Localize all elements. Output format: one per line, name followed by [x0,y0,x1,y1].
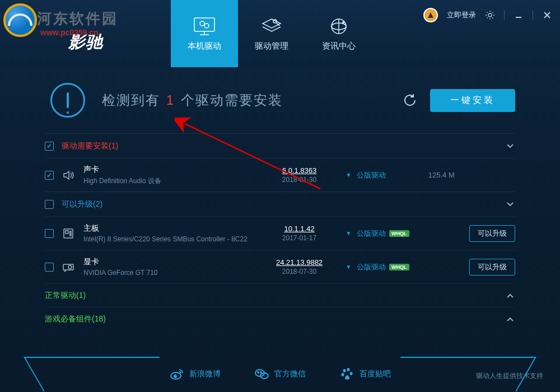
driver-row-gpu: 显卡 NVIDIA GeForce GT 710 24.21.13.9882 2… [45,250,515,283]
svg-point-11 [342,21,344,24]
upgrade-button[interactable]: 可以升级 [469,225,515,242]
watermark-url: www.pc0359.cn [40,28,99,37]
section-need-install[interactable]: 驱动需要安装(1) [45,133,515,158]
row-checkbox[interactable] [45,229,54,238]
version-dropdown[interactable]: ▼ [340,264,357,270]
footer-label: 官方微信 [274,369,306,379]
driver-type[interactable]: 公版驱动 [357,170,417,180]
settings-button[interactable] [485,10,495,20]
globe-icon [326,16,351,36]
driver-version[interactable]: 24.21.13.9882 [258,258,340,267]
device-name: 显卡 [83,257,258,267]
tab-local-drivers[interactable]: 本机驱动 [171,0,238,67]
refresh-button[interactable] [400,90,420,110]
banner-count: 1 [166,92,175,108]
driver-date: 2017-01-17 [258,234,340,242]
svg-point-12 [488,13,492,17]
tieba-link[interactable]: 百度贴吧 [339,366,391,382]
detection-banner: 检测到有 1 个驱动需要安装 一键安装 [0,67,560,133]
section-game-components[interactable]: 游戏必备组件(18) [45,307,515,330]
weibo-link[interactable]: 新浪微博 [169,366,221,382]
watermark-text: 河东软件园 [37,9,118,29]
motherboard-icon [62,226,76,241]
baidu-icon [339,366,355,382]
svg-point-4 [204,24,209,28]
upgrade-button[interactable]: 可以升级 [469,259,515,276]
wechat-link[interactable]: 官方微信 [254,366,306,382]
driver-type[interactable]: 公版驱动 WHQL [357,262,417,272]
svg-point-29 [258,372,259,373]
tab-label: 资讯中心 [322,41,356,52]
svg-point-31 [343,369,346,372]
svg-point-3 [200,21,204,26]
svg-point-30 [260,372,262,373]
section-title: 可以升级(2) [62,199,102,209]
watermark-badge [3,3,37,37]
whql-badge: WHQL [389,230,409,237]
section-title: 游戏必备组件(18) [45,314,106,324]
tab-news[interactable]: 资讯中心 [305,0,372,67]
svg-point-33 [342,373,344,376]
device-name: 声卡 [83,165,258,175]
svg-marker-5 [263,19,281,28]
version-dropdown[interactable]: ▼ [340,230,357,236]
tab-label: 本机驱动 [188,41,221,52]
driver-size: 125.4 M [417,171,466,179]
layers-wrench-icon [259,16,284,36]
banner-suffix: 个驱动需要安装 [181,92,283,108]
gpu-icon [62,260,76,274]
section-upgradable[interactable]: 可以升级(2) [45,192,515,216]
user-avatar[interactable] [423,8,438,22]
driver-type[interactable]: 公版驱动 WHQL [357,228,417,239]
chevron-down-icon[interactable] [505,199,515,209]
alert-icon [50,83,85,118]
section-title: 正常驱动(1) [45,291,86,301]
tab-label: 驱动管理 [255,41,288,52]
tab-driver-manage[interactable]: 驱动管理 [238,0,305,67]
speaker-icon [62,168,76,183]
section-normal[interactable]: 正常驱动(1) [45,283,515,307]
banner-prefix: 检测到有 [102,92,160,108]
app-footer: 新浪微博 官方微信 百度贴吧 驱动人生提供技术支持 [0,356,560,392]
whql-badge: WHQL [389,264,409,270]
svg-point-22 [68,265,72,269]
minimize-button[interactable] [514,10,524,20]
device-desc: High Definition Audio 设备 [83,176,258,186]
install-all-button[interactable]: 一键安装 [430,89,515,112]
close-button[interactable] [542,10,552,20]
device-desc: NVIDIA GeForce GT 710 [83,269,258,277]
section-checkbox[interactable] [45,200,54,209]
chevron-up-icon[interactable] [505,291,515,301]
driver-row-motherboard: 主板 Intel(R) 8 Series/C220 Series SMBus C… [45,216,515,250]
version-dropdown[interactable]: ▼ [340,172,357,178]
driver-version[interactable]: 6.0.1.8363 [258,166,340,175]
chevron-up-icon[interactable] [505,314,515,324]
monitor-icon [192,16,217,36]
row-checkbox[interactable] [45,263,54,272]
driver-date: 2018-01-30 [258,176,340,184]
svg-point-32 [347,368,350,371]
row-checkbox[interactable] [45,171,54,180]
footer-label: 百度贴吧 [360,369,391,379]
weibo-icon [169,366,185,382]
driver-date: 2018-07-30 [258,268,340,276]
device-name: 主板 [83,223,258,234]
footer-label: 新浪微博 [189,369,221,379]
site-watermark: 河东软件园 www.pc0359.cn [3,3,37,37]
main-nav: 本机驱动 驱动管理 资讯中心 [171,0,372,67]
driver-version[interactable]: 10.1.1.42 [258,225,340,233]
window-controls: 立即登录 [423,8,552,22]
banner-message: 检测到有 1 个驱动需要安装 [102,91,400,109]
svg-marker-16 [64,171,69,179]
section-checkbox[interactable] [45,142,54,151]
svg-point-34 [350,372,353,375]
svg-rect-18 [66,231,68,234]
section-title: 驱动需要安装(1) [62,141,118,151]
chevron-down-icon[interactable] [505,141,515,151]
driver-list: 驱动需要安装(1) 声卡 High Definition Audio 设备 6.… [0,133,560,330]
divider [504,11,505,20]
divider [533,11,533,20]
login-link[interactable]: 立即登录 [447,10,476,20]
svg-point-26 [174,375,177,378]
device-desc: Intel(R) 8 Series/C220 Series SMBus Cont… [83,235,258,243]
